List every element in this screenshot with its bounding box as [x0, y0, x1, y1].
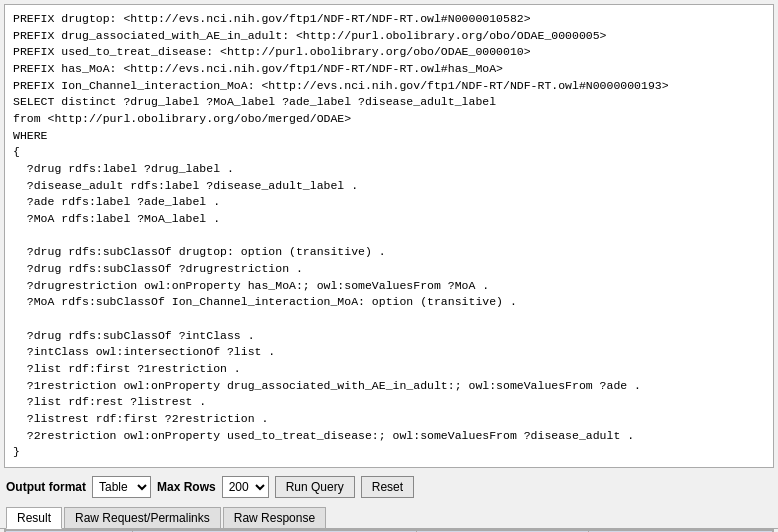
run-query-button[interactable]: Run Query	[275, 476, 355, 498]
tab-result[interactable]: Result	[6, 507, 62, 529]
output-format-label: Output format	[6, 480, 86, 494]
sparql-query-editor[interactable]: PREFIX drugtop: <http://evs.nci.nih.gov/…	[4, 4, 774, 468]
controls-row: Output format Table JSON CSV TSV Max Row…	[0, 472, 778, 502]
reset-button[interactable]: Reset	[361, 476, 414, 498]
max-rows-select[interactable]: 200 100 50 500	[222, 476, 269, 498]
tab-raw-request[interactable]: Raw Request/Permalinks	[64, 507, 221, 528]
query-editor-container: PREFIX drugtop: <http://evs.nci.nih.gov/…	[0, 4, 778, 468]
tabs-row: Result Raw Request/Permalinks Raw Respon…	[0, 502, 778, 529]
output-format-select[interactable]: Table JSON CSV TSV	[92, 476, 151, 498]
max-rows-label: Max Rows	[157, 480, 216, 494]
tab-raw-response[interactable]: Raw Response	[223, 507, 326, 528]
